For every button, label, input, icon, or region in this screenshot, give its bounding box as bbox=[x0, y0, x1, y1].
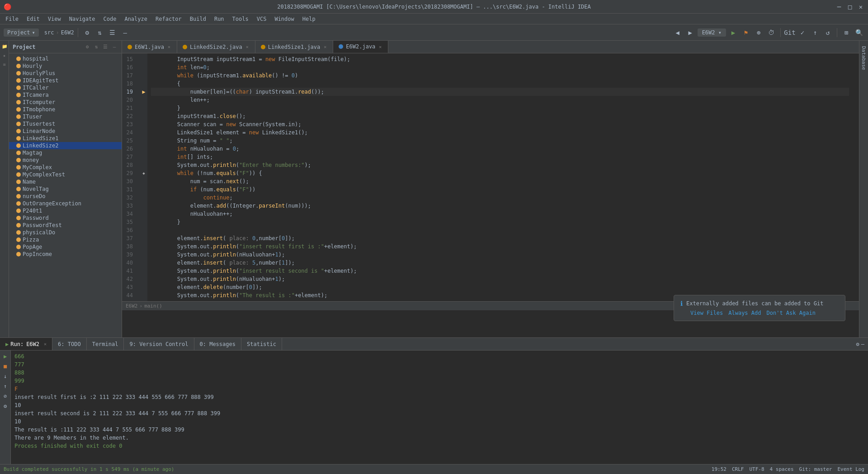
run-clear-button[interactable]: ⊘ bbox=[1, 392, 9, 400]
menu-edit[interactable]: Edit bbox=[23, 15, 43, 23]
tree-item-linearnode[interactable]: LinearNode bbox=[9, 128, 122, 135]
tree-item-password[interactable]: Password bbox=[9, 214, 122, 222]
tree-item-itcaller[interactable]: ITCaller bbox=[9, 84, 122, 91]
tree-item-p240t1[interactable]: P240t1 bbox=[9, 207, 122, 214]
git-commit-button[interactable]: ✓ bbox=[797, 27, 808, 38]
close-button[interactable]: ✕ bbox=[857, 3, 864, 10]
close-panel-icon[interactable]: — bbox=[861, 341, 864, 347]
menu-file[interactable]: File bbox=[2, 15, 22, 23]
run-stop-button[interactable]: ■ bbox=[1, 362, 9, 370]
tree-item-ituser[interactable]: ITuser bbox=[9, 113, 122, 120]
run-config-selector[interactable]: E6W2 ▾ bbox=[698, 28, 726, 37]
profile-button[interactable]: ⏱ bbox=[766, 27, 777, 38]
tree-item-popage[interactable]: PopAge bbox=[9, 243, 122, 251]
filter-button[interactable]: ☰ bbox=[107, 27, 118, 38]
tree-item-magtag[interactable]: Magtag bbox=[9, 149, 122, 156]
tree-item-itusertest[interactable]: ITusertest bbox=[9, 120, 122, 128]
status-charset[interactable]: UTF-8 bbox=[749, 466, 764, 472]
tree-item-passwordtest[interactable]: PasswordTest bbox=[9, 222, 122, 229]
sort-icon[interactable]: ⇅ bbox=[93, 43, 100, 51]
run-scroll-top-button[interactable]: ↑ bbox=[1, 382, 9, 390]
git-pull-button[interactable]: ↺ bbox=[822, 27, 833, 38]
menu-tools[interactable]: Tools bbox=[229, 15, 252, 23]
event-log[interactable]: Event Log bbox=[837, 466, 864, 472]
tree-item-money[interactable]: money bbox=[9, 156, 122, 164]
search-button[interactable]: 🔍 bbox=[854, 27, 864, 38]
coverage-button[interactable]: ⊕ bbox=[753, 27, 764, 38]
tab-close-e6w2[interactable]: ✕ bbox=[378, 44, 382, 49]
menu-build[interactable]: Build bbox=[186, 15, 210, 23]
tree-item-ideagitTest[interactable]: IDEAgitTest bbox=[9, 77, 122, 84]
tab-close-linkedsize2[interactable]: ✕ bbox=[245, 44, 250, 49]
menu-code[interactable]: Code bbox=[100, 15, 120, 23]
notification-dont-ask[interactable]: Don't Ask Again bbox=[767, 310, 816, 316]
tree-item-hourly[interactable]: Hourly bbox=[9, 62, 122, 70]
tree-item-noveltag[interactable]: NovelTag bbox=[9, 185, 122, 193]
tree-item-itmobphone[interactable]: ITmobphone bbox=[9, 106, 122, 113]
tree-item-physicalDo[interactable]: physicalDo bbox=[9, 229, 122, 236]
run-settings-button[interactable]: ⚙ bbox=[1, 402, 9, 410]
tree-item-itcomputer[interactable]: ITcomputer bbox=[9, 99, 122, 106]
tab-run[interactable]: ▶ Run: E6W2 ✕ bbox=[0, 338, 52, 350]
tree-item-mycomplex[interactable]: MyComplex bbox=[9, 164, 122, 171]
tree-item-name[interactable]: Name bbox=[9, 178, 122, 185]
tab-linkedsize2[interactable]: LinkedSize2.java ✕ bbox=[177, 41, 255, 53]
filter-icon[interactable]: ☰ bbox=[102, 43, 109, 51]
collapse-icon[interactable]: — bbox=[111, 43, 118, 51]
menu-help[interactable]: Help bbox=[299, 15, 319, 23]
project-icon[interactable]: 📁 bbox=[1, 43, 8, 50]
tab-close-linkedsize1[interactable]: ✕ bbox=[323, 44, 327, 49]
tab-linkedsize1[interactable]: LinkedSize1.java ✕ bbox=[255, 41, 334, 53]
tree-item-hospital[interactable]: hospital bbox=[9, 55, 122, 62]
code-content[interactable]: InputStream inputStream1 = new FileInput… bbox=[147, 53, 853, 301]
menu-vcs[interactable]: VCS bbox=[253, 15, 270, 23]
menu-view[interactable]: View bbox=[44, 15, 65, 23]
settings-panel-icon[interactable]: ⚙ bbox=[856, 341, 859, 347]
tree-item-linkedsize2[interactable]: LinkedSize2 bbox=[9, 142, 122, 149]
menu-run[interactable]: Run bbox=[211, 15, 228, 23]
menu-navigate[interactable]: Navigate bbox=[66, 15, 99, 23]
tab-run-close[interactable]: ✕ bbox=[44, 341, 47, 346]
code-editor[interactable]: 15 16 17 18 19 20 21 22 23 24 25 26 27 2… bbox=[122, 53, 859, 301]
tree-item-outorangeexception[interactable]: OutOrangeException bbox=[9, 200, 122, 207]
tree-item-mycomplextest[interactable]: MyComplexTest bbox=[9, 171, 122, 178]
notification-always-add[interactable]: Always Add bbox=[728, 310, 761, 316]
tree-item-popincome[interactable]: PopIncome bbox=[9, 251, 122, 258]
settings-button[interactable]: ⚙ bbox=[82, 27, 93, 38]
terminal-button[interactable]: ⊞ bbox=[841, 27, 852, 38]
back-button[interactable]: ◀ bbox=[672, 27, 683, 38]
maximize-button[interactable]: □ bbox=[846, 3, 854, 10]
run-scroll-end-button[interactable]: ↓ bbox=[1, 372, 9, 380]
tab-messages[interactable]: 0: Messages bbox=[194, 338, 241, 350]
gear-icon[interactable]: ⚙ bbox=[84, 43, 91, 51]
tree-item-hourlyplus[interactable]: HourlyPlus bbox=[9, 70, 122, 77]
run-button[interactable]: ▶ bbox=[728, 27, 739, 38]
project-selector[interactable]: Project ▾ bbox=[4, 28, 39, 37]
debug-button[interactable]: ⚑ bbox=[741, 27, 751, 38]
tree-item-itcamera[interactable]: ITcamera bbox=[9, 91, 122, 99]
collapse-button[interactable]: — bbox=[120, 27, 131, 38]
tab-e6w1[interactable]: E6W1.java ✕ bbox=[122, 41, 177, 53]
bookmark-icon[interactable]: ★ bbox=[1, 52, 8, 59]
tab-version-control[interactable]: 9: Version Control bbox=[124, 338, 194, 350]
database-icon[interactable]: Database bbox=[860, 43, 868, 74]
tab-close-e6w1[interactable]: ✕ bbox=[167, 44, 171, 49]
tab-e6w2[interactable]: E6W2.java ✕ bbox=[333, 41, 388, 53]
forward-button[interactable]: ▶ bbox=[685, 27, 696, 38]
run-rerun-button[interactable]: ▶ bbox=[1, 352, 9, 360]
tab-statistic[interactable]: Statistic bbox=[241, 338, 282, 350]
scrollbar-vertical[interactable] bbox=[853, 53, 859, 301]
status-crlf[interactable]: CRLF bbox=[732, 466, 744, 472]
tree-item-pizza[interactable]: Pizza bbox=[9, 236, 122, 243]
tree-item-linkedsize1[interactable]: LinkedSize1 bbox=[9, 135, 122, 142]
tab-terminal[interactable]: Terminal bbox=[87, 338, 124, 350]
structure-icon[interactable]: ≡ bbox=[1, 61, 8, 68]
menu-analyze[interactable]: Analyze bbox=[121, 15, 151, 23]
minimize-button[interactable]: ─ bbox=[835, 3, 843, 10]
status-indent[interactable]: 4 spaces bbox=[770, 466, 794, 472]
sort-button[interactable]: ⇅ bbox=[94, 27, 105, 38]
status-git[interactable]: Git: master bbox=[799, 466, 832, 472]
git-push-button[interactable]: ↑ bbox=[810, 27, 821, 38]
notification-view-files[interactable]: View Files bbox=[690, 310, 723, 316]
git-update-button[interactable]: Git bbox=[784, 27, 795, 38]
